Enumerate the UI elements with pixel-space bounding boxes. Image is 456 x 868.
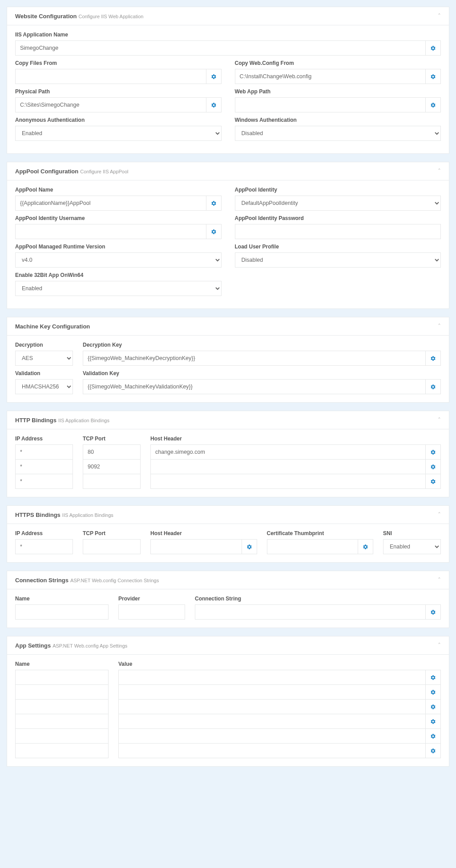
apppool-runtime-select[interactable]: v4.0 bbox=[15, 252, 222, 268]
copy-files-from-input[interactable] bbox=[15, 69, 206, 84]
gear-icon[interactable] bbox=[426, 474, 441, 489]
provider-input[interactable] bbox=[118, 604, 185, 620]
chevron-up-icon[interactable]: ˄ bbox=[438, 576, 441, 584]
decryption-key-input[interactable] bbox=[83, 351, 426, 366]
physical-path-input[interactable] bbox=[15, 97, 206, 112]
apppool-identity-select[interactable]: DefaultAppPoolIdentity bbox=[235, 196, 441, 211]
gear-icon[interactable] bbox=[358, 539, 373, 554]
panel-http-bindings: HTTP BindingsIIS Application Bindings ˄ … bbox=[7, 411, 449, 497]
load-user-profile-select[interactable]: Disabled bbox=[235, 252, 441, 268]
table-row bbox=[15, 743, 441, 758]
label-apppool-runtime: AppPool Managed Runtime Version bbox=[15, 244, 222, 250]
panel-subtitle: Configure IIS Web Application bbox=[78, 14, 143, 19]
name-input[interactable] bbox=[15, 743, 109, 758]
value-input[interactable] bbox=[118, 743, 426, 758]
header-ip: IP Address bbox=[15, 530, 73, 536]
gear-icon[interactable] bbox=[426, 684, 441, 700]
gear-icon[interactable] bbox=[426, 699, 441, 714]
gear-icon[interactable] bbox=[426, 670, 441, 685]
validation-select[interactable]: HMACSHA256 bbox=[15, 379, 73, 394]
port-input[interactable] bbox=[83, 474, 141, 489]
label-apppool-identity-user: AppPool Identity Username bbox=[15, 215, 222, 221]
host-input[interactable] bbox=[150, 539, 242, 554]
panel-title: HTTPS Bindings bbox=[15, 512, 61, 518]
port-input[interactable] bbox=[83, 444, 141, 460]
gear-icon[interactable] bbox=[426, 379, 441, 394]
name-input[interactable] bbox=[15, 699, 109, 714]
ip-input[interactable] bbox=[15, 444, 73, 460]
apppool-name-input[interactable] bbox=[15, 196, 206, 211]
panel-apppool-config: AppPool ConfigurationConfigure IIS AppPo… bbox=[7, 162, 449, 309]
gear-icon[interactable] bbox=[426, 743, 441, 758]
gear-icon[interactable] bbox=[426, 459, 441, 474]
value-input[interactable] bbox=[118, 670, 426, 685]
ip-input[interactable] bbox=[15, 459, 73, 474]
gear-icon[interactable] bbox=[426, 351, 441, 366]
panel-https-bindings: HTTPS BindingsIIS Application Bindings ˄… bbox=[7, 505, 449, 563]
apppool-identity-user-input[interactable] bbox=[15, 224, 206, 239]
cert-input[interactable] bbox=[267, 539, 359, 554]
header-name: Name bbox=[15, 596, 109, 602]
gear-icon[interactable] bbox=[206, 224, 222, 239]
label-validation: Validation bbox=[15, 370, 73, 376]
enable-32bit-select[interactable]: Enabled bbox=[15, 281, 222, 296]
gear-icon[interactable] bbox=[206, 196, 222, 211]
name-input[interactable] bbox=[15, 684, 109, 700]
table-row bbox=[15, 699, 441, 714]
chevron-up-icon[interactable]: ˄ bbox=[438, 323, 441, 330]
gear-icon[interactable] bbox=[426, 69, 441, 84]
port-input[interactable] bbox=[83, 459, 141, 474]
panel-title: Website Configuration bbox=[15, 13, 77, 20]
label-copy-files-from: Copy Files From bbox=[15, 60, 222, 66]
host-input[interactable] bbox=[150, 444, 426, 460]
host-input[interactable] bbox=[150, 459, 426, 474]
chevron-up-icon[interactable]: ˄ bbox=[438, 416, 441, 424]
value-input[interactable] bbox=[118, 684, 426, 700]
name-input[interactable] bbox=[15, 604, 109, 620]
name-input[interactable] bbox=[15, 714, 109, 729]
name-input[interactable] bbox=[15, 728, 109, 744]
win-auth-select[interactable]: Disabled bbox=[235, 126, 441, 141]
name-input[interactable] bbox=[15, 670, 109, 685]
validation-key-input[interactable] bbox=[83, 379, 426, 394]
table-row bbox=[15, 604, 441, 620]
gear-icon[interactable] bbox=[426, 444, 441, 460]
value-input[interactable] bbox=[118, 714, 426, 729]
iis-app-name-input[interactable] bbox=[15, 40, 426, 56]
ip-input[interactable] bbox=[15, 474, 73, 489]
panel-header: AppPool ConfigurationConfigure IIS AppPo… bbox=[7, 162, 449, 180]
panel-header: Connection StringsASP.NET Web.config Con… bbox=[7, 571, 449, 589]
header-host: Host Header bbox=[150, 436, 441, 442]
port-input[interactable] bbox=[83, 539, 141, 554]
chevron-up-icon[interactable]: ˄ bbox=[438, 12, 441, 20]
host-input[interactable] bbox=[150, 474, 426, 489]
label-apppool-name: AppPool Name bbox=[15, 187, 222, 193]
label-enable-32bit: Enable 32Bit App OnWin64 bbox=[15, 272, 222, 278]
panel-app-settings: App SettingsASP.NET Web.config App Setti… bbox=[7, 636, 449, 767]
chevron-up-icon[interactable]: ˄ bbox=[438, 168, 441, 175]
copy-webconfig-from-input[interactable] bbox=[235, 69, 426, 84]
sni-select[interactable]: Enabled bbox=[383, 539, 441, 554]
apppool-identity-pass-input[interactable] bbox=[235, 224, 441, 239]
conn-input[interactable] bbox=[195, 604, 426, 620]
gear-icon[interactable] bbox=[426, 40, 441, 56]
label-iis-app-name: IIS Application Name bbox=[15, 32, 441, 38]
value-input[interactable] bbox=[118, 699, 426, 714]
chevron-up-icon[interactable]: ˄ bbox=[438, 642, 441, 649]
panel-subtitle: IIS Application Bindings bbox=[58, 418, 109, 423]
ip-input[interactable] bbox=[15, 539, 73, 554]
gear-icon[interactable] bbox=[426, 714, 441, 729]
header-cert: Certificate Thumbprint bbox=[267, 530, 374, 536]
decryption-select[interactable]: AES bbox=[15, 351, 73, 366]
header-ip: IP Address bbox=[15, 436, 73, 442]
gear-icon[interactable] bbox=[206, 97, 222, 112]
web-app-path-input[interactable] bbox=[235, 97, 426, 112]
gear-icon[interactable] bbox=[206, 69, 222, 84]
gear-icon[interactable] bbox=[426, 604, 441, 620]
chevron-up-icon[interactable]: ˄ bbox=[438, 511, 441, 518]
value-input[interactable] bbox=[118, 728, 426, 744]
anon-auth-select[interactable]: Enabled bbox=[15, 126, 222, 141]
gear-icon[interactable] bbox=[426, 728, 441, 744]
gear-icon[interactable] bbox=[426, 97, 441, 112]
gear-icon[interactable] bbox=[242, 539, 257, 554]
